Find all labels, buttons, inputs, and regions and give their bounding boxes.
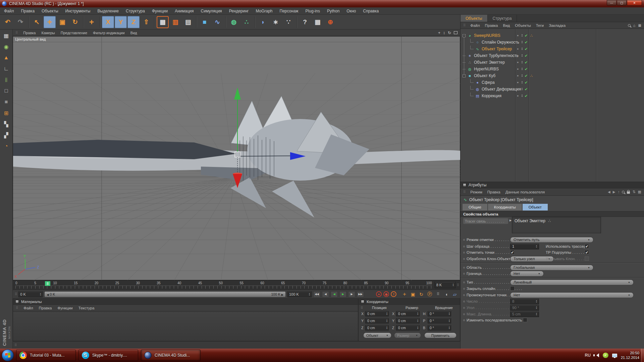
trace-mode-dropdown[interactable]: Отметить путь▼: [510, 237, 593, 243]
collapse-icon[interactable]: −: [463, 34, 466, 37]
rot-b-field[interactable]: 0 °▴▾: [428, 325, 451, 330]
uv-mode-icon[interactable]: ▞: [1, 130, 11, 140]
model-mode-icon[interactable]: ▲: [1, 53, 11, 63]
modeling-axis-button[interactable]: +: [86, 16, 98, 28]
collapse-icon[interactable]: −: [463, 74, 466, 77]
spline-type-dropdown[interactable]: Линейный▼: [510, 280, 634, 285]
visibility-dot[interactable]: ●: [517, 87, 519, 91]
frame-range-slider[interactable]: ◀ 0 K 100 K ▶: [44, 291, 286, 297]
pos-z-field[interactable]: 0 cm▴▾: [365, 325, 389, 330]
reverse-sequence-checkbox[interactable]: [523, 318, 527, 322]
limit-dropdown[interactable]: Нет▼: [510, 271, 544, 277]
link-expand-icon[interactable]: ▶: [509, 219, 512, 222]
materials-menu-file[interactable]: Файл: [23, 306, 33, 310]
attr-menu-userdata[interactable]: Данные пользователя: [505, 190, 545, 194]
editor-render-dots[interactable]: [522, 54, 523, 57]
snap-settings-icon[interactable]: ◔: [1, 141, 11, 151]
goto-start-button[interactable]: ◀◀: [313, 291, 320, 297]
taskbar-button-skype[interactable]: S Skype™ - dmitriy....: [78, 350, 138, 361]
enabled-check[interactable]: ✔: [525, 74, 528, 78]
metaball-button[interactable]: ◗: [257, 16, 269, 28]
history-back-icon[interactable]: ◀: [608, 190, 610, 194]
layout-grid-icon[interactable]: ▦: [638, 190, 641, 194]
enabled-check[interactable]: ✔: [525, 34, 528, 38]
size-mode-dropdown[interactable]: Размер▼: [394, 333, 421, 338]
tree-column-divider[interactable]: [515, 29, 516, 182]
spline-pen-button[interactable]: ∿: [211, 16, 223, 28]
window-toggle[interactable]: ▱: [451, 291, 458, 298]
show-desktop-button[interactable]: [641, 349, 644, 362]
play-button[interactable]: ▶: [339, 291, 346, 297]
apply-button[interactable]: Применить: [424, 333, 457, 338]
enabled-check[interactable]: ✔: [525, 87, 528, 92]
record-help-button[interactable]: ?: [391, 291, 396, 297]
workplane-icon[interactable]: ▦: [1, 31, 11, 41]
viewport-maximize-icon[interactable]: [454, 31, 458, 34]
editor-render-dots[interactable]: [522, 61, 523, 64]
vp-menu-cameras[interactable]: Камеры: [42, 31, 55, 35]
lock-z-button[interactable]: Z: [127, 16, 140, 28]
menu-python[interactable]: Python: [327, 9, 339, 13]
rot-h-field[interactable]: 0 °▴▾: [428, 311, 451, 316]
om-menu-edit[interactable]: Правка: [485, 23, 498, 27]
panel-grip-icon[interactable]: ⠿: [16, 306, 18, 310]
tab-object[interactable]: Объект: [523, 204, 548, 210]
visibility-dot[interactable]: ●: [517, 47, 519, 51]
tree-row-sweepnurbs[interactable]: − ◕ SweepNURBS: [463, 32, 500, 39]
texture-mode-icon[interactable]: ∟: [1, 64, 11, 74]
goto-end-button[interactable]: ▶▶: [357, 291, 364, 297]
visibility-dot[interactable]: ●: [517, 61, 519, 64]
materials-list-area[interactable]: [13, 312, 358, 341]
net-render-button[interactable]: ⊕: [324, 16, 336, 28]
editor-render-dots[interactable]: [522, 34, 523, 37]
search-icon[interactable]: [628, 24, 631, 27]
tag-icon[interactable]: ∴: [530, 34, 533, 38]
tree-row-deformation[interactable]: ◍ Объект Деформация: [469, 86, 521, 93]
scale-tool-button[interactable]: ▣: [56, 16, 68, 28]
tree-row-sphere[interactable]: ● Сфера: [469, 79, 495, 86]
tree-row-correction[interactable]: ▤ Коррекция: [469, 93, 501, 99]
menu-help[interactable]: Справка: [363, 9, 379, 13]
timeline-playhead[interactable]: 8: [45, 281, 50, 286]
editor-render-dots[interactable]: [522, 47, 523, 50]
tracer-link-list[interactable]: Объект Эмиттер ∴: [512, 217, 601, 233]
close-spline-checkbox[interactable]: [510, 286, 515, 291]
particles-button[interactable]: ∵: [282, 16, 294, 28]
intermediate-points-dropdown[interactable]: Нет▼: [510, 292, 634, 298]
editor-render-dots[interactable]: [522, 94, 523, 97]
om-menu-tags[interactable]: Теги: [536, 23, 544, 27]
menu-selection[interactable]: Выделение: [97, 9, 119, 13]
viewport-rotate-icon[interactable]: ↻: [448, 31, 451, 35]
tab-basic[interactable]: Общие: [463, 204, 487, 210]
menu-edit[interactable]: Правка: [21, 9, 35, 13]
vp-menu-view[interactable]: Вид: [130, 31, 137, 35]
hypernurbs-button[interactable]: ◍: [228, 16, 240, 28]
vp-menu-edit[interactable]: Правка: [23, 31, 36, 35]
vp-menu-filter[interactable]: Фильтр индикации: [93, 31, 125, 35]
menu-tools[interactable]: Инструменты: [65, 9, 91, 13]
menu-file[interactable]: Файл: [4, 9, 14, 13]
search-icon[interactable]: [622, 191, 625, 193]
timeline-ruler[interactable]: 0510 152025 303540 455055 606570 758085 …: [15, 281, 432, 290]
panel-grip-icon[interactable]: ⠿: [15, 31, 17, 35]
materials-menu-functions[interactable]: Функции: [57, 306, 72, 310]
menu-objects[interactable]: Объекты: [42, 9, 58, 13]
size-x-field[interactable]: 0 cm▴▾: [396, 311, 420, 316]
minimize-button[interactable]: —: [607, 0, 616, 6]
viewport-zoom-icon[interactable]: ↕: [443, 31, 445, 35]
visibility-dot[interactable]: ●: [517, 34, 519, 37]
scene-objects-button[interactable]: ∗: [270, 16, 282, 28]
visibility-dot[interactable]: ●: [517, 94, 519, 98]
visibility-dot[interactable]: ●: [517, 81, 519, 84]
size-z-field[interactable]: 0 cm▴▾: [396, 325, 420, 330]
menu-plugins[interactable]: Plug-ins: [306, 9, 320, 13]
rotate-tool-button[interactable]: ↻: [69, 16, 81, 28]
lock-y-button[interactable]: Y: [115, 16, 127, 28]
close-button[interactable]: ✕: [627, 0, 642, 6]
solo-toggle[interactable]: ◖: [443, 291, 450, 298]
taskbar-button-cinema4d[interactable]: CINEMA 4D Studi...: [141, 350, 201, 361]
home-icon[interactable]: ⌂: [633, 23, 636, 27]
restore-button[interactable]: ▢: [617, 0, 627, 6]
space-dropdown[interactable]: Глобальная▼: [510, 265, 593, 270]
enabled-check[interactable]: ✔: [525, 67, 528, 71]
